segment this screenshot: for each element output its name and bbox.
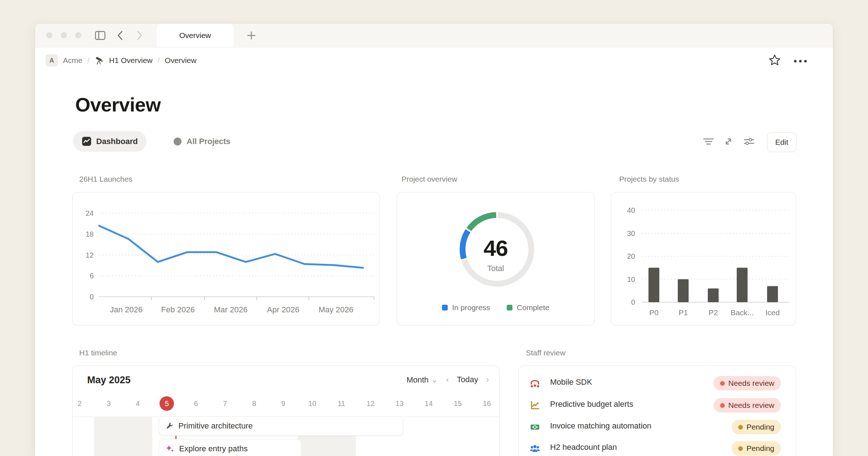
weekend-band (94, 417, 152, 456)
svg-text:P0: P0 (649, 308, 659, 317)
tab-overview[interactable]: Overview (157, 24, 234, 47)
legend-label: In progress (452, 303, 490, 312)
timeline-day-14: 14 (418, 396, 439, 411)
favorite-star-icon[interactable] (769, 54, 781, 66)
donut-total-label: Total (397, 264, 594, 273)
back-chevron-icon[interactable] (114, 24, 126, 47)
window-zoom-button[interactable] (75, 32, 81, 38)
status-badge[interactable]: Pending (732, 441, 781, 456)
workspace-avatar[interactable]: A (46, 54, 58, 67)
wrench-icon (166, 422, 174, 430)
view-tab-label: All Projects (187, 137, 230, 146)
sparkle-icon (166, 444, 174, 453)
status-badge[interactable]: Pending (732, 420, 781, 434)
breadcrumb-workspace[interactable]: Acme (63, 56, 82, 65)
legend-item: In progress (442, 303, 490, 312)
timeline-day-12: 12 (360, 396, 382, 411)
staff-review-row[interactable]: Predictive budget alerts Needs review (519, 394, 796, 416)
timeline-card: May 2025 Month ⌄ ‹ Today › 2345678910111… (72, 366, 499, 456)
breadcrumb-separator: / (88, 56, 90, 65)
legend-label: Complete (517, 303, 549, 312)
more-options-icon[interactable] (793, 59, 808, 63)
timeline-today-button[interactable]: Today (457, 375, 478, 384)
window-chrome: Overview (35, 24, 833, 47)
timeline-next-button[interactable]: › (486, 375, 489, 385)
chevron-down-icon: ⌄ (431, 375, 438, 384)
status-label: Pending (746, 423, 774, 431)
tab-title: Overview (179, 31, 211, 40)
status-dot-icon (720, 403, 725, 408)
timeline-item-title: Explore entry paths (179, 444, 248, 453)
section-label-by-status: Projects by status (619, 175, 679, 183)
edit-button[interactable]: Edit (767, 132, 796, 152)
expand-icon[interactable] (722, 135, 735, 148)
status-dot-icon (738, 425, 743, 430)
staff-item-title[interactable]: Invoice matching automation (550, 421, 651, 431)
staff-review-row[interactable]: H2 headcount plan Pending (519, 438, 796, 456)
section-label-launches: 26H1 Launches (79, 175, 132, 183)
people-icon (529, 443, 540, 454)
banknote-icon (529, 422, 540, 432)
status-badge[interactable]: Needs review (714, 398, 781, 413)
view-tab-all-projects[interactable]: All Projects (165, 131, 239, 152)
breadcrumb-current-page[interactable]: Overview (165, 56, 197, 65)
window-close-button[interactable] (46, 32, 52, 38)
window-minimize-button[interactable] (61, 32, 67, 38)
timeline-view-dropdown[interactable]: Month ⌄ (407, 375, 438, 385)
forward-chevron-icon[interactable] (133, 24, 146, 47)
section-label-timeline: H1 timeline (79, 349, 117, 357)
timeline-item[interactable]: Explore entry paths (159, 439, 301, 456)
staff-review-row[interactable]: Invoice matching automation Pending (519, 416, 796, 438)
svg-text:Mar 2026: Mar 2026 (214, 305, 248, 314)
dashboard-chart-icon (82, 136, 92, 146)
svg-text:18: 18 (86, 230, 94, 238)
new-tab-plus-icon[interactable] (244, 24, 259, 47)
svg-text:40: 40 (627, 206, 635, 214)
svg-text:30: 30 (627, 229, 635, 237)
timeline-day-9: 9 (272, 396, 294, 411)
legend-swatch-icon (442, 305, 448, 311)
donut-legend: In progressComplete (397, 303, 594, 312)
svg-text:Feb 2026: Feb 2026 (161, 305, 195, 314)
staff-item-title[interactable]: Mobile SDK (550, 377, 592, 387)
page-title: Overview (75, 93, 161, 116)
telescope-icon (95, 56, 104, 65)
timeline-day-16: 16 (476, 396, 498, 411)
status-dot-icon (720, 381, 725, 386)
timeline-day-10: 10 (302, 396, 323, 411)
svg-text:24: 24 (86, 209, 94, 217)
timeline-item-title: Primitive architecture (178, 421, 252, 431)
breadcrumb-parent-page[interactable]: H1 Overview (109, 56, 153, 65)
status-badge[interactable]: Needs review (714, 376, 781, 390)
legend-swatch-icon (507, 305, 512, 311)
svg-text:Iced: Iced (765, 308, 780, 317)
filter-icon[interactable] (702, 135, 715, 148)
svg-text:P2: P2 (709, 308, 718, 317)
screen: Overview A Acme / H1 Overview / Overview (0, 0, 868, 456)
view-tab-label: Dashboard (96, 137, 138, 146)
launches-line-chart-card: 06121824Jan 2026Feb 2026Mar 2026Apr 2026… (72, 192, 380, 325)
projects-by-status-bar-card: 010203040P0P1P2Back...Iced (611, 192, 796, 325)
svg-text:10: 10 (627, 275, 635, 283)
timeline-prev-button[interactable]: ‹ (446, 375, 449, 385)
timeline-item[interactable]: Primitive architecture (159, 416, 403, 436)
status-label: Needs review (728, 401, 774, 410)
status-dot-icon (738, 446, 743, 451)
section-label-project-overview: Project overview (401, 175, 457, 183)
view-tab-dashboard[interactable]: Dashboard (73, 131, 146, 152)
timeline-day-5: 5 (156, 396, 178, 411)
chart-increase-icon (530, 400, 540, 410)
timeline-day-2: 2 (72, 396, 90, 411)
staff-item-title[interactable]: H2 headcount plan (550, 443, 617, 452)
timeline-day-11: 11 (331, 396, 352, 411)
svg-text:Back...: Back... (731, 308, 754, 317)
timeline-date-row: 2345678910111213141516 (73, 396, 499, 412)
staff-review-row[interactable]: Mobile SDK Needs review (519, 372, 796, 394)
timeline-day-6: 6 (185, 396, 207, 411)
settings-sliders-icon[interactable] (742, 135, 756, 148)
svg-text:0: 0 (90, 293, 94, 301)
staff-item-title[interactable]: Predictive budget alerts (550, 400, 633, 409)
timeline-day-15: 15 (447, 396, 469, 411)
status-label: Pending (746, 444, 774, 453)
sidebar-toggle-icon[interactable] (93, 24, 107, 47)
